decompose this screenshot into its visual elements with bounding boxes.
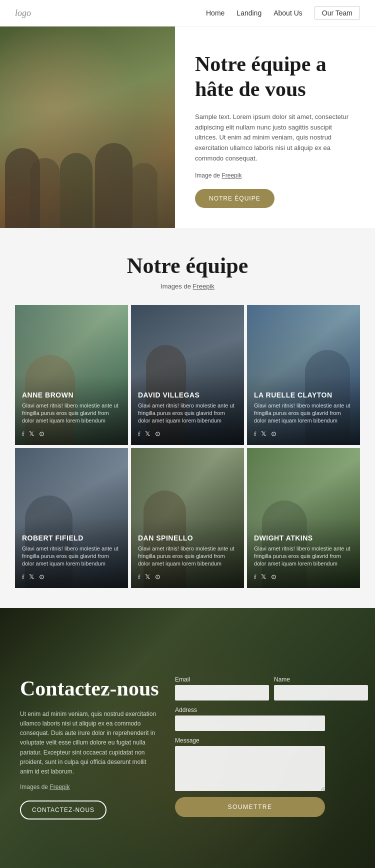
name-input[interactable] — [274, 685, 368, 700]
contact-section: Contactez-nous Ut enim ad minim veniam, … — [0, 608, 375, 868]
team-card-5: DAN SPINELLO Glavi amet ritnis! libero m… — [131, 448, 244, 588]
nav-links: Home Landing About Us Our Team — [206, 6, 360, 20]
contact-button[interactable]: CONTACTEZ-NOUS — [20, 800, 106, 820]
nav-landing[interactable]: Landing — [236, 9, 262, 17]
card-3-content: LA RUELLE CLAYTON Glavi amet ritnis! lib… — [247, 384, 360, 445]
card-2-content: DAVID VILLEGAS Glavi amet ritnis! libero… — [131, 384, 244, 445]
facebook-icon-4[interactable]: f — [22, 573, 24, 581]
name-label: Name — [274, 676, 368, 683]
logo: logo — [15, 8, 31, 18]
facebook-icon-5[interactable]: f — [138, 573, 140, 581]
team-subtitle: Images de Freepik — [15, 282, 360, 290]
team-grid: ANNE BROWN Glavi amet ritnis! libero mol… — [15, 305, 360, 588]
hero-cta-button[interactable]: NOTRE ÉQUIPE — [195, 189, 274, 208]
contact-freepik-link[interactable]: Freepik — [50, 784, 70, 790]
twitter-icon-1[interactable]: 𝕏 — [29, 430, 34, 438]
instagram-icon-4[interactable]: ⊙ — [39, 573, 44, 581]
instagram-icon-5[interactable]: ⊙ — [155, 573, 160, 581]
submit-button[interactable]: SOUMETTRE — [175, 797, 325, 817]
hero-freepik-link[interactable]: Freepik — [222, 172, 242, 179]
card-6-socials: f 𝕏 ⊙ — [254, 573, 353, 581]
contact-form: Email Name Address Message SOUMETTRE — [175, 676, 325, 817]
card-5-content: DAN SPINELLO Glavi amet ritnis! libero m… — [131, 527, 244, 588]
message-group: Message — [175, 737, 325, 791]
team-card-2: DAVID VILLEGAS Glavi amet ritnis! libero… — [131, 305, 244, 445]
contact-text: Ut enim ad minim veniam, quis nostrud ex… — [20, 710, 160, 776]
contact-content: Contactez-nous Ut enim ad minim veniam, … — [0, 651, 375, 844]
instagram-icon-6[interactable]: ⊙ — [271, 573, 276, 581]
facebook-icon-1[interactable]: f — [22, 430, 24, 438]
instagram-icon-1[interactable]: ⊙ — [39, 430, 44, 438]
card-5-desc: Glavi amet ritnis! libero molestie ante … — [138, 545, 237, 568]
hero-image-credit: Image de Freepik — [195, 172, 355, 179]
card-5-socials: f 𝕏 ⊙ — [138, 573, 237, 581]
facebook-icon-3[interactable]: f — [254, 430, 256, 438]
card-3-desc: Glavi amet ritnis! libero molestie ante … — [254, 402, 353, 425]
hero-title: Notre équipe a hâte de vous — [195, 52, 355, 102]
card-6-desc: Glavi amet ritnis! libero molestie ante … — [254, 545, 353, 568]
contact-title: Contactez-nous — [20, 676, 160, 701]
card-6-name: DWIGHT ATKINS — [254, 534, 353, 542]
navbar: logo Home Landing About Us Our Team — [0, 0, 375, 26]
twitter-icon-4[interactable]: 𝕏 — [29, 573, 34, 581]
address-group: Address — [175, 706, 325, 731]
team-card-3: LA RUELLE CLAYTON Glavi amet ritnis! lib… — [247, 305, 360, 445]
card-2-desc: Glavi amet ritnis! libero molestie ante … — [138, 402, 237, 425]
nav-about[interactable]: About Us — [274, 9, 302, 17]
address-label: Address — [175, 706, 325, 714]
twitter-icon-6[interactable]: 𝕏 — [261, 573, 266, 581]
contact-left: Contactez-nous Ut enim ad minim veniam, … — [20, 676, 160, 820]
form-row-1: Email Name — [175, 676, 325, 700]
address-input[interactable] — [175, 716, 325, 731]
card-3-socials: f 𝕏 ⊙ — [254, 430, 353, 438]
card-6-content: DWIGHT ATKINS Glavi amet ritnis! libero … — [247, 527, 360, 588]
twitter-icon-2[interactable]: 𝕏 — [145, 430, 150, 438]
email-group: Email — [175, 676, 269, 700]
facebook-icon-2[interactable]: f — [138, 430, 140, 438]
card-4-desc: Glavi amet ritnis! libero molestie ante … — [22, 545, 121, 568]
card-5-name: DAN SPINELLO — [138, 534, 237, 542]
card-2-name: DAVID VILLEGAS — [138, 391, 237, 399]
name-group: Name — [274, 676, 368, 700]
twitter-icon-5[interactable]: 𝕏 — [145, 573, 150, 581]
hero-image — [0, 26, 175, 228]
card-1-name: ANNE BROWN — [22, 391, 121, 399]
card-2-socials: f 𝕏 ⊙ — [138, 430, 237, 438]
team-freepik-link[interactable]: Freepik — [192, 282, 214, 290]
card-4-name: ROBERT FIFIELD — [22, 534, 121, 542]
card-1-desc: Glavi amet ritnis! libero molestie ante … — [22, 402, 121, 425]
nav-our-team[interactable]: Our Team — [314, 6, 360, 20]
contact-image-credit: Images de Freepik — [20, 784, 160, 790]
card-3-name: LA RUELLE CLAYTON — [254, 391, 353, 399]
team-title: Notre équipe — [15, 253, 360, 278]
card-1-content: ANNE BROWN Glavi amet ritnis! libero mol… — [15, 384, 128, 445]
hero-content: Notre équipe a hâte de vous Sample text.… — [175, 26, 375, 228]
email-label: Email — [175, 676, 269, 683]
message-textarea[interactable] — [175, 746, 325, 791]
card-4-socials: f 𝕏 ⊙ — [22, 573, 121, 581]
team-section: Notre équipe Images de Freepik ANNE BROW… — [0, 228, 375, 608]
hero-text: Sample text. Lorem ipsum dolor sit amet,… — [195, 112, 355, 164]
team-card-1: ANNE BROWN Glavi amet ritnis! libero mol… — [15, 305, 128, 445]
hero-section: Notre équipe a hâte de vous Sample text.… — [0, 26, 375, 228]
instagram-icon-3[interactable]: ⊙ — [271, 430, 276, 438]
facebook-icon-6[interactable]: f — [254, 573, 256, 581]
twitter-icon-3[interactable]: 𝕏 — [261, 430, 266, 438]
message-label: Message — [175, 737, 325, 744]
card-1-socials: f 𝕏 ⊙ — [22, 430, 121, 438]
instagram-icon-2[interactable]: ⊙ — [155, 430, 160, 438]
nav-home[interactable]: Home — [206, 9, 224, 17]
email-input[interactable] — [175, 685, 269, 700]
team-card-6: DWIGHT ATKINS Glavi amet ritnis! libero … — [247, 448, 360, 588]
team-card-4: ROBERT FIFIELD Glavi amet ritnis! libero… — [15, 448, 128, 588]
card-4-content: ROBERT FIFIELD Glavi amet ritnis! libero… — [15, 527, 128, 588]
